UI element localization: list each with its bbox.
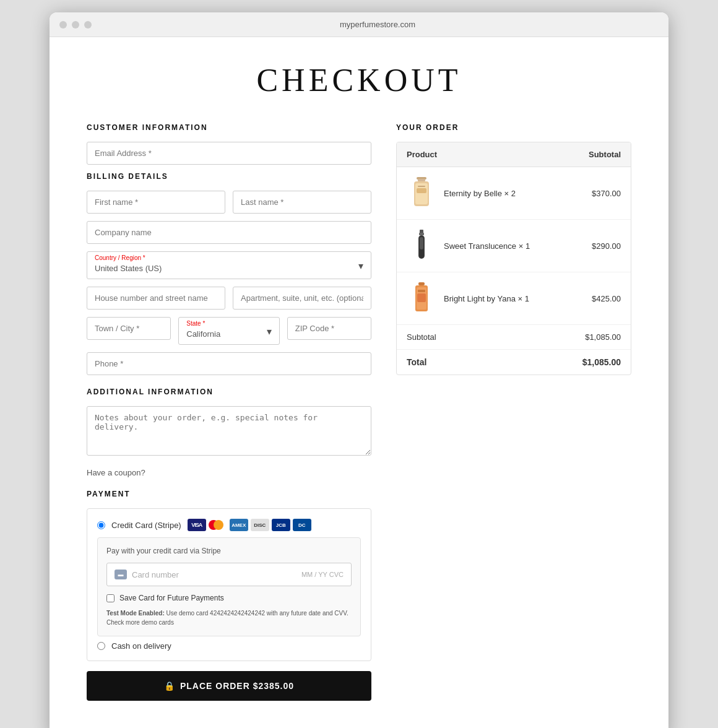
place-order-label: PLACE ORDER $2385.00 <box>180 681 294 691</box>
order-total-row: Total $1,085.00 <box>397 350 631 375</box>
stripe-description: Pay with your credit card via Stripe <box>106 547 352 555</box>
additional-title: ADDITIONAL INFORMATION <box>87 388 371 396</box>
street-field <box>87 287 225 310</box>
browser-window: myperfumestore.com CHECKOUT CUSTOMER INF… <box>50 12 668 728</box>
page-content: CHECKOUT CUSTOMER INFORMATION BILLING DE… <box>50 37 668 728</box>
country-label: Country / Region * <box>95 254 363 261</box>
credit-card-option: Credit Card (Stripe) VISA AMEX DISC JCB … <box>97 519 361 531</box>
amex-icon: AMEX <box>230 519 248 531</box>
product-price-1: $370.00 <box>592 189 621 198</box>
order-item-2: Sweet Translucence × 1 $290.00 <box>397 220 631 272</box>
state-wrapper: State * California ▾ <box>178 317 280 345</box>
notes-input[interactable] <box>87 406 371 456</box>
last-name-input[interactable] <box>233 191 371 214</box>
zip-input[interactable] <box>287 317 371 340</box>
company-input[interactable] <box>87 221 371 244</box>
order-summary-column: YOUR ORDER Product Subtotal <box>396 123 631 375</box>
cod-option: Cash on delivery <box>97 636 361 651</box>
svg-rect-10 <box>420 237 423 249</box>
customer-info-title: CUSTOMER INFORMATION <box>87 123 371 132</box>
product-info-2: Sweet Translucence × 1 <box>444 241 584 251</box>
product-name-3: Bright Light by Yana × 1 <box>444 294 584 303</box>
page-title: CHECKOUT <box>87 62 631 98</box>
svg-rect-14 <box>418 290 425 292</box>
payment-box: Credit Card (Stripe) VISA AMEX DISC JCB … <box>87 508 371 661</box>
save-card-label: Save Card for Future Payments <box>119 594 224 602</box>
discover-icon: DISC <box>251 519 269 531</box>
product-name-1: Eternity by Belle × 2 <box>444 189 584 198</box>
svg-rect-4 <box>418 186 425 187</box>
bright-product-image <box>410 282 433 314</box>
eternity-product-image <box>410 177 433 209</box>
order-item-1: Eternity by Belle × 2 $370.00 <box>397 167 631 220</box>
country-group: Country / Region * United States (US) ▾ <box>87 251 371 279</box>
state-select[interactable]: California <box>186 329 259 339</box>
svg-rect-1 <box>418 179 425 181</box>
state-zip-row: State * California ▾ <box>87 317 371 345</box>
product-name-2: Sweet Translucence × 1 <box>444 241 584 251</box>
subtotal-value: $1,085.00 <box>585 332 621 342</box>
svg-rect-7 <box>419 233 424 235</box>
billing-section: BILLING DETAILS Coun <box>87 172 371 375</box>
state-field: State * California ▾ <box>178 317 280 345</box>
svg-rect-15 <box>417 293 426 302</box>
zip-field <box>287 317 371 345</box>
total-value: $1,085.00 <box>582 357 621 367</box>
phone-group <box>87 352 371 375</box>
two-col-layout: CUSTOMER INFORMATION BILLING DETAILS <box>87 123 631 701</box>
browser-url: myperfumestore.com <box>97 20 659 29</box>
card-chip-icon: ▬ <box>115 570 127 579</box>
order-subtotal-row: Subtotal $1,085.00 <box>397 325 631 350</box>
sweet-product-image <box>410 230 433 262</box>
card-date-cvc: MM / YY CVC <box>301 571 344 578</box>
lock-icon: 🔒 <box>164 681 175 691</box>
cod-radio[interactable] <box>97 642 105 650</box>
browser-bar: myperfumestore.com <box>50 12 668 37</box>
browser-dot-2 <box>72 21 79 28</box>
coupon-link[interactable]: Have a coupon? <box>87 468 371 477</box>
customer-info-section: CUSTOMER INFORMATION <box>87 123 371 165</box>
cod-label: Cash on delivery <box>111 641 171 651</box>
apt-field <box>233 287 371 310</box>
phone-input[interactable] <box>87 352 371 375</box>
product-info-3: Bright Light by Yana × 1 <box>444 294 584 303</box>
save-card-checkbox[interactable] <box>106 594 115 602</box>
total-label: Total <box>407 357 426 367</box>
town-field <box>87 317 171 345</box>
mastercard-icon <box>209 519 227 531</box>
country-select[interactable]: United States (US) <box>95 264 351 273</box>
form-column: CUSTOMER INFORMATION BILLING DETAILS <box>87 123 371 701</box>
browser-dot-3 <box>84 21 92 28</box>
card-number-field[interactable]: ▬ Card number MM / YY CVC <box>106 563 352 586</box>
product-thumb-3 <box>407 281 436 316</box>
browser-dot-1 <box>59 21 67 28</box>
jcb-icon: JCB <box>272 519 290 531</box>
product-price-3: $425.00 <box>592 294 621 303</box>
last-name-field <box>233 191 371 214</box>
subtotal-label: Subtotal <box>407 332 436 342</box>
svg-rect-11 <box>418 282 425 285</box>
company-group <box>87 221 371 244</box>
street-input[interactable] <box>87 287 225 310</box>
apt-input[interactable] <box>233 287 371 310</box>
visa-icon: VISA <box>188 519 206 531</box>
name-row <box>87 191 371 214</box>
billing-title: BILLING DETAILS <box>87 172 371 181</box>
credit-card-radio[interactable] <box>97 521 105 529</box>
country-wrapper: Country / Region * United States (US) ▾ <box>87 251 371 279</box>
credit-card-label: Credit Card (Stripe) <box>111 521 181 530</box>
place-order-button[interactable]: 🔒 PLACE ORDER $2385.00 <box>87 671 371 701</box>
first-name-input[interactable] <box>87 191 225 214</box>
email-field[interactable] <box>87 142 371 165</box>
order-summary: Product Subtotal <box>396 142 631 375</box>
save-card-row: Save Card for Future Payments <box>106 594 352 602</box>
product-price-2: $290.00 <box>592 241 621 251</box>
town-input[interactable] <box>87 317 171 340</box>
product-thumb-2 <box>407 228 436 263</box>
test-mode-text: Test Mode Enabled: Use demo card 4242424… <box>106 609 352 627</box>
stripe-form: Pay with your credit card via Stripe ▬ C… <box>97 537 361 636</box>
header-subtotal: Subtotal <box>589 150 621 159</box>
card-number-placeholder: Card number <box>132 570 296 579</box>
state-label: State * <box>186 320 272 327</box>
product-thumb-1 <box>407 176 436 210</box>
